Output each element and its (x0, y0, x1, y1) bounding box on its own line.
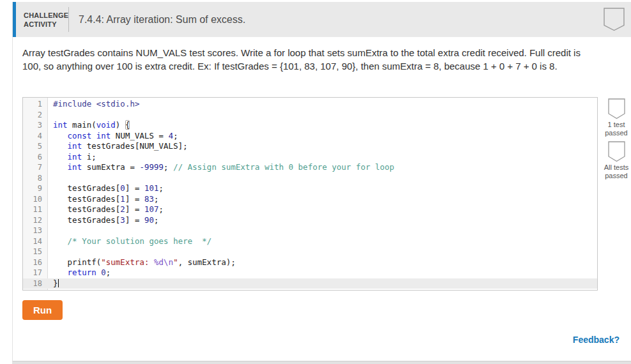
code-line-9[interactable]: 9 testGrades[0] = 101; (23, 183, 597, 194)
line-number: 17 (23, 268, 48, 278)
shield-outline-icon (608, 141, 625, 162)
shield-outline-icon (608, 98, 625, 119)
code-text: testGrades[1] = 83; (48, 194, 159, 205)
line-number: 11 (23, 204, 48, 215)
code-line-7[interactable]: 7 int sumExtra = -9999; // Assign sumExt… (23, 162, 597, 173)
line-number: 3 (23, 120, 48, 131)
code-text: testGrades[0] = 101; (48, 183, 163, 194)
code-line-17[interactable]: 17 return 0; (23, 268, 597, 278)
test-status-column: 1 test passed All tests passed (601, 98, 631, 184)
code-editor[interactable]: 1#include <stdio.h>23int main(void) {4 c… (22, 97, 598, 291)
test-badge-label: All tests passed (601, 163, 631, 179)
line-number: 2 (23, 110, 48, 121)
line-number: 14 (23, 236, 48, 247)
line-number: 9 (23, 183, 48, 194)
line-number: 16 (23, 257, 48, 268)
code-line-10[interactable]: 10 testGrades[1] = 83; (23, 194, 597, 205)
problem-description: Array testGrades contains NUM_VALS test … (22, 46, 597, 73)
code-text: #include <stdio.h> (48, 99, 139, 110)
challenge-activity-badge: CHALLENGE ACTIVITY (24, 11, 68, 29)
code-line-8[interactable]: 8 (23, 173, 597, 184)
code-line-16[interactable]: 16 printf("sumExtra: %d\n", sumExtra); (23, 257, 597, 268)
code-text: return 0; (48, 268, 110, 278)
badge-line2: ACTIVITY (24, 20, 68, 29)
activity-title: 7.4.4: Array iteration: Sum of excess. (79, 14, 245, 26)
code-line-2[interactable]: 2 (23, 110, 597, 121)
code-text: testGrades[3] = 90; (48, 215, 159, 226)
run-button[interactable]: Run (22, 300, 63, 320)
line-number: 7 (23, 162, 48, 173)
code-line-13[interactable]: 13 (23, 225, 597, 236)
line-number: 1 (23, 99, 48, 110)
line-number: 18 (23, 278, 48, 289)
page-bottom-strip (12, 361, 631, 364)
code-line-1[interactable]: 1#include <stdio.h> (23, 99, 597, 110)
test-badge-1: 1 test passed (601, 98, 631, 137)
code-text: int main(void) { (48, 120, 130, 131)
code-text: int sumExtra = -9999; // Assign sumExtra… (48, 162, 394, 173)
header-accent-bar (13, 2, 16, 37)
code-line-5[interactable]: 5 int testGrades[NUM_VALS]; (23, 141, 597, 152)
code-text: } (48, 278, 59, 289)
code-text: /* Your solution goes here */ (48, 236, 211, 247)
line-number: 12 (23, 215, 48, 226)
code-line-6[interactable]: 6 int i; (23, 152, 597, 163)
line-number: 5 (23, 141, 48, 152)
header-divider (68, 7, 69, 32)
activity-header: CHALLENGE ACTIVITY 7.4.4: Array iteratio… (13, 2, 631, 37)
line-number: 4 (23, 131, 48, 142)
code-line-14[interactable]: 14 /* Your solution goes here */ (23, 236, 597, 247)
badge-line1: CHALLENGE (24, 11, 68, 20)
line-number: 6 (23, 152, 48, 163)
code-text: printf("sumExtra: %d\n", sumExtra); (48, 257, 236, 268)
code-text (48, 110, 53, 121)
code-line-12[interactable]: 12 testGrades[3] = 90; (23, 215, 597, 226)
feedback-link[interactable]: Feedback? (573, 335, 620, 345)
text-cursor (58, 279, 59, 287)
code-text: const int NUM_VALS = 4; (48, 131, 178, 142)
code-text (48, 246, 53, 257)
code-line-3[interactable]: 3int main(void) { (23, 120, 597, 131)
code-text (48, 225, 53, 236)
code-line-4[interactable]: 4 const int NUM_VALS = 4; (23, 131, 597, 142)
line-number: 10 (23, 194, 48, 205)
test-badge-label: 1 test passed (601, 121, 631, 137)
challenge-activity-screen: CHALLENGE ACTIVITY 7.4.4: Array iteratio… (0, 0, 631, 364)
test-badge-2: All tests passed (601, 141, 631, 179)
code-text: int testGrades[NUM_VALS]; (48, 141, 188, 152)
code-text: int i; (48, 152, 96, 163)
code-line-15[interactable]: 15 (23, 246, 597, 257)
code-text (48, 173, 53, 184)
code-line-11[interactable]: 11 testGrades[2] = 107; (23, 204, 597, 215)
shield-outline-icon (604, 8, 625, 34)
line-number: 13 (23, 225, 48, 236)
activity-card: CHALLENGE ACTIVITY 7.4.4: Array iteratio… (12, 2, 631, 361)
line-number: 8 (23, 173, 48, 184)
line-number: 15 (23, 246, 48, 257)
code-text: testGrades[2] = 107; (48, 204, 163, 215)
editor-lines: 1#include <stdio.h>23int main(void) {4 c… (23, 99, 597, 289)
code-line-18[interactable]: 18} (23, 278, 597, 289)
